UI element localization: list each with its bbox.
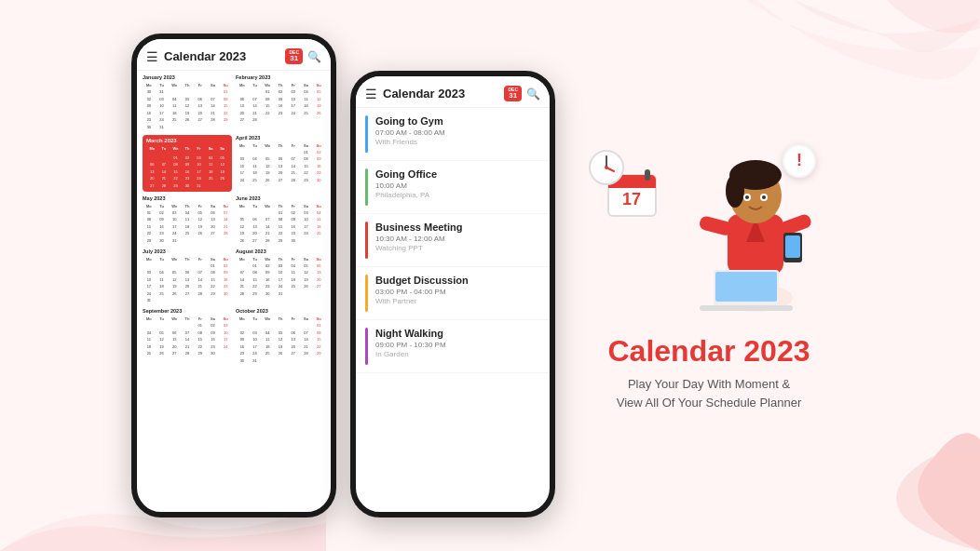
day-cell[interactable]: 23 [207,343,220,351]
day-cell[interactable] [168,322,181,329]
day-cell[interactable]: 17 [168,223,181,231]
day-cell[interactable]: 26 [312,110,325,117]
day-cell[interactable]: 25 [312,230,325,237]
day-cell[interactable]: 01 [312,322,325,329]
day-cell[interactable]: 02 [182,155,194,162]
day-cell[interactable]: 10 [274,269,287,276]
day-cell[interactable]: 08 [207,269,220,276]
day-cell[interactable]: 12 [312,96,325,103]
day-cell[interactable]: 13 [181,276,194,284]
day-cell[interactable]: 25 [205,175,217,182]
day-cell[interactable]: 24 [287,110,300,117]
day-cell[interactable] [261,357,274,365]
day-cell[interactable]: 04 [181,209,194,217]
day-cell[interactable]: 21 [249,110,262,117]
day-cell[interactable]: 17 [287,102,300,110]
day-cell[interactable]: 18 [261,343,274,351]
day-cell[interactable] [156,322,169,329]
day-cell[interactable]: 10 [249,336,262,343]
day-cell[interactable]: 29 [143,237,156,245]
day-cell[interactable] [261,116,274,124]
day-cell[interactable]: 20 [168,343,181,351]
day-cell[interactable]: 01 [274,209,287,217]
day-cell[interactable] [287,357,300,365]
day-cell[interactable]: 04 [168,96,181,103]
day-cell[interactable]: 15 [207,276,220,284]
day-cell[interactable]: 28 [249,116,262,124]
day-cell[interactable]: 05 [216,155,228,162]
day-cell[interactable]: 20 [207,223,220,231]
day-cell[interactable]: 10 [236,163,249,170]
day-cell[interactable]: 02 [143,96,156,103]
day-cell[interactable]: 07 [236,269,249,276]
day-cell[interactable]: 13 [194,102,207,110]
day-cell[interactable]: 27 [146,182,158,190]
day-cell[interactable]: 05 [300,262,313,270]
day-cell[interactable] [207,88,220,96]
day-cell[interactable]: 04 [143,329,156,337]
day-cell[interactable]: 24 [168,230,181,237]
day-cell[interactable]: 08 [249,269,262,276]
day-cell[interactable]: 27 [194,116,207,124]
day-cell[interactable]: 25 [181,230,194,237]
day-cell[interactable] [181,297,194,304]
day-cell[interactable]: 01 [170,155,182,162]
day-cell[interactable]: 15 [300,163,313,170]
day-cell[interactable]: 28 [236,290,249,298]
day-cell[interactable]: 25 [156,290,169,298]
day-cell[interactable]: 05 [274,329,287,337]
day-cell[interactable] [236,322,249,329]
day-cell[interactable]: 21 [261,230,274,237]
day-cell[interactable]: 29 [274,237,287,245]
day-cell[interactable]: 24 [274,283,287,290]
day-cell[interactable]: 16 [207,336,220,343]
day-cell[interactable]: 21 [181,343,194,351]
day-cell[interactable]: 29 [219,116,232,124]
day-cell[interactable]: 29 [194,350,207,357]
day-cell[interactable]: 04 [312,209,325,217]
day-cell[interactable]: 16 [236,343,249,351]
day-cell[interactable]: 28 [261,237,274,245]
day-cell[interactable]: 08 [219,96,232,103]
day-cell[interactable]: 14 [249,102,262,110]
day-cell[interactable]: 07 [207,96,220,103]
day-cell[interactable]: 30 [236,357,249,365]
day-cell[interactable]: 21 [300,343,313,351]
day-cell[interactable] [194,262,207,270]
day-cell[interactable]: 27 [312,283,325,290]
schedule-item-3[interactable]: Budget Discussion03:00 PM - 04:00 PMWith… [356,267,550,320]
day-cell[interactable]: 26 [156,350,169,357]
day-cell[interactable]: 08 [274,216,287,223]
day-cell[interactable]: 23 [287,230,300,237]
day-cell[interactable]: 25 [143,350,156,357]
day-cell[interactable]: 17 [219,336,232,343]
day-cell[interactable] [261,209,274,217]
day-cell[interactable]: 20 [249,230,262,237]
day-cell[interactable] [194,88,207,96]
day-cell[interactable]: 14 [219,216,232,223]
day-cell[interactable] [156,262,169,270]
day-cell[interactable]: 06 [181,269,194,276]
day-cell[interactable]: 11 [143,336,156,343]
day-cell[interactable]: 14 [158,168,170,176]
day-cell[interactable]: 28 [181,350,194,357]
day-cell[interactable]: 24 [249,350,262,357]
day-cell[interactable]: 30 [156,237,169,245]
day-cell[interactable]: 02 [236,329,249,337]
day-cell[interactable]: 31 [156,124,169,131]
day-cell[interactable]: 06 [312,262,325,270]
day-cell[interactable]: 23 [143,116,156,124]
day-cell[interactable]: 23 [219,283,232,290]
day-cell[interactable]: 28 [287,177,300,184]
day-cell[interactable]: 01 [300,149,313,156]
day-cell[interactable]: 13 [249,223,262,231]
day-cell[interactable] [194,237,207,245]
day-cell[interactable] [274,322,287,329]
day-cell[interactable]: 30 [143,88,156,96]
day-cell[interactable] [168,297,181,304]
day-cell[interactable]: 11 [312,216,325,223]
day-cell[interactable]: 29 [249,290,262,298]
day-cell[interactable] [181,88,194,96]
day-cell[interactable]: 20 [181,283,194,290]
day-cell[interactable]: 02 [219,262,232,270]
